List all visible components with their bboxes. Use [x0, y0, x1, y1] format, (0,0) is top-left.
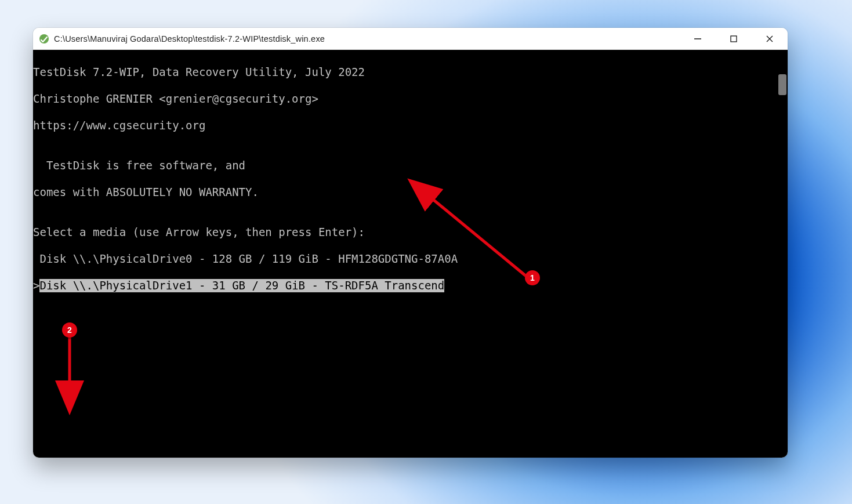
term-line: Christophe GRENIER <grenier@cgsecurity.o… [33, 92, 788, 106]
titlebar[interactable]: C:\Users\Manuviraj Godara\Desktop\testdi… [33, 28, 788, 50]
term-line: Select a media (use Arrow keys, then pre… [33, 226, 788, 239]
term-line: TestDisk 7.2-WIP, Data Recovery Utility,… [33, 66, 788, 79]
annotation-badge-2: 2 [62, 322, 77, 338]
disk-option-0[interactable]: Disk \\.\PhysicalDrive0 - 128 GB / 119 G… [33, 252, 788, 266]
scrollbar-thumb[interactable] [778, 74, 786, 95]
term-line: comes with ABSOLUTELY NO WARRANTY. [33, 186, 788, 199]
close-button[interactable] [752, 28, 788, 50]
term-line: TestDisk is free software, and [33, 159, 788, 172]
minimize-button[interactable] [680, 28, 716, 50]
console-window: C:\Users\Manuviraj Godara\Desktop\testdi… [33, 28, 788, 458]
annotation-arrow-2 [61, 334, 84, 398]
svg-point-0 [39, 34, 49, 43]
window-title: C:\Users\Manuviraj Godara\Desktop\testdi… [54, 34, 325, 43]
terminal[interactable]: TestDisk 7.2-WIP, Data Recovery Utility,… [33, 50, 788, 458]
annotation-arrow-1 [416, 183, 543, 288]
disk-option-1-selected[interactable]: >Disk \\.\PhysicalDrive1 - 31 GB / 29 Gi… [33, 279, 788, 292]
annotation-badge-1: 1 [525, 270, 540, 285]
term-line: https://www.cgsecurity.org [33, 119, 788, 132]
maximize-button[interactable] [716, 28, 752, 50]
svg-line-3 [427, 195, 526, 276]
svg-rect-1 [694, 38, 701, 39]
window-controls [680, 28, 788, 50]
app-icon [39, 34, 49, 44]
svg-rect-2 [731, 36, 737, 42]
